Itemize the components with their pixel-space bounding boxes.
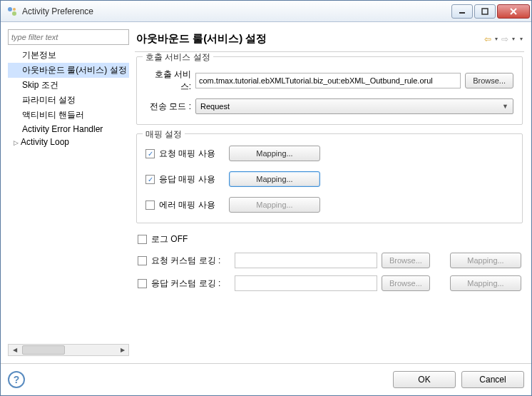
- close-button[interactable]: [497, 4, 530, 19]
- res-log-label: 응답 커스텀 로깅 :: [151, 278, 220, 290]
- titlebar[interactable]: Activity Preference: [1, 1, 531, 22]
- page-title: 아웃바운드 룰(서비스) 설정: [136, 32, 483, 46]
- forward-menu-icon[interactable]: ▾: [512, 36, 515, 42]
- forward-icon: ⇨: [500, 34, 510, 44]
- nav-item-error-handler[interactable]: Activity Error Handler: [8, 123, 129, 136]
- nav-item-label: Activity Loop: [21, 137, 69, 147]
- sidebar: 기본정보 아웃바운드 룰(서비스) 설정 Skip 조건 파라미터 설정 액티비…: [8, 29, 129, 356]
- res-mapping-label: 응답 매핑 사용: [159, 173, 225, 186]
- req-log-checkbox[interactable]: [138, 256, 147, 265]
- req-mapping-label: 요청 매핑 사용: [159, 148, 225, 160]
- footer: ? OK Cancel: [1, 363, 531, 395]
- req-log-mapping-button: Mapping...: [450, 253, 521, 268]
- err-mapping-label: 에러 매핑 사용: [159, 199, 225, 211]
- log-off-label: 로그 OFF: [151, 233, 188, 245]
- res-log-browse-button: Browse...: [382, 275, 430, 291]
- res-log-input[interactable]: [235, 275, 377, 291]
- filter-input[interactable]: [8, 29, 129, 45]
- chevron-down-icon: ▼: [502, 103, 508, 110]
- scroll-thumb[interactable]: [22, 345, 65, 355]
- maximize-button[interactable]: [474, 4, 496, 19]
- service-browse-button[interactable]: Browse...: [465, 73, 513, 88]
- group-label: 호출 서비스 설정: [143, 52, 213, 64]
- help-icon[interactable]: ?: [8, 371, 25, 388]
- res-mapping-button[interactable]: Mapping...: [229, 171, 320, 187]
- nav-item-outbound[interactable]: 아웃바운드 룰(서비스) 설정: [8, 63, 129, 78]
- mapping-group: 매핑 설정 ✓ 요청 매핑 사용 Mapping... ✓ 응답 매핑 사용 M…: [136, 133, 523, 223]
- nav-item-handler[interactable]: 액티비티 핸들러: [8, 108, 129, 123]
- group-label: 매핑 설정: [143, 128, 185, 141]
- err-mapping-button: Mapping...: [229, 197, 320, 213]
- service-input[interactable]: [195, 73, 461, 88]
- main-header: 아웃바운드 룰(서비스) 설정 ⇦ ▾ ⇨ ▾ ▾: [135, 29, 524, 52]
- dialog-window: Activity Preference 기본정보 아웃바운드 룰(서비스) 설정…: [0, 0, 532, 396]
- scroll-left-icon[interactable]: ◀: [9, 345, 21, 355]
- res-log-checkbox[interactable]: [138, 279, 147, 288]
- res-log-mapping-button: Mapping...: [450, 275, 521, 291]
- req-log-browse-button: Browse...: [382, 253, 430, 268]
- svg-rect-4: [482, 9, 488, 14]
- ok-button[interactable]: OK: [393, 371, 456, 388]
- back-icon[interactable]: ⇦: [483, 34, 493, 44]
- content-area: 기본정보 아웃바운드 룰(서비스) 설정 Skip 조건 파라미터 설정 액티비…: [1, 22, 531, 363]
- scroll-track[interactable]: [21, 345, 116, 355]
- main-body: 호출 서비스 설정 호출 서비스: Browse... 전송 모드 : Requ…: [135, 52, 524, 356]
- err-mapping-checkbox[interactable]: [145, 200, 155, 210]
- main-panel: 아웃바운드 룰(서비스) 설정 ⇦ ▾ ⇨ ▾ ▾ 호출 서비스 설정 호출 서…: [135, 29, 524, 356]
- back-menu-icon[interactable]: ▾: [495, 36, 498, 42]
- nav-item-basic[interactable]: 기본정보: [8, 48, 129, 63]
- svg-point-2: [13, 8, 16, 11]
- window-buttons: [451, 4, 530, 19]
- call-service-group: 호출 서비스 설정 호출 서비스: Browse... 전송 모드 : Requ…: [136, 56, 523, 125]
- nav-tree: 기본정보 아웃바운드 룰(서비스) 설정 Skip 조건 파라미터 설정 액티비…: [8, 48, 129, 344]
- header-nav-icons: ⇦ ▾ ⇨ ▾ ▾: [483, 34, 523, 44]
- nav-item-param[interactable]: 파라미터 설정: [8, 93, 129, 108]
- cancel-button[interactable]: Cancel: [461, 371, 524, 388]
- log-section: 로그 OFF 요청 커스텀 로깅 : Browse... Mapping...: [136, 232, 523, 300]
- req-log-label: 요청 커스텀 로깅 :: [151, 255, 220, 267]
- sidebar-scrollbar[interactable]: ◀ ▶: [8, 344, 129, 356]
- service-label: 호출 서비스:: [145, 68, 191, 93]
- nav-item-skip[interactable]: Skip 조건: [8, 78, 129, 93]
- scroll-right-icon[interactable]: ▶: [116, 345, 128, 355]
- nav-item-loop[interactable]: ▷Activity Loop: [8, 136, 129, 148]
- app-icon: [6, 6, 18, 17]
- req-mapping-checkbox[interactable]: ✓: [145, 149, 155, 158]
- menu-icon[interactable]: ▾: [520, 36, 523, 42]
- window-title: Activity Preference: [22, 6, 451, 16]
- log-off-checkbox[interactable]: [138, 235, 147, 244]
- req-log-input[interactable]: [235, 253, 377, 268]
- mode-label: 전송 모드 :: [145, 101, 191, 113]
- svg-point-1: [12, 11, 16, 16]
- mode-value: Request: [200, 102, 230, 111]
- svg-point-0: [8, 7, 12, 11]
- req-mapping-button[interactable]: Mapping...: [229, 146, 320, 161]
- minimize-button[interactable]: [451, 4, 473, 19]
- res-mapping-checkbox[interactable]: ✓: [145, 175, 155, 184]
- mode-select[interactable]: Request ▼: [195, 98, 513, 114]
- caret-icon: ▷: [14, 139, 21, 146]
